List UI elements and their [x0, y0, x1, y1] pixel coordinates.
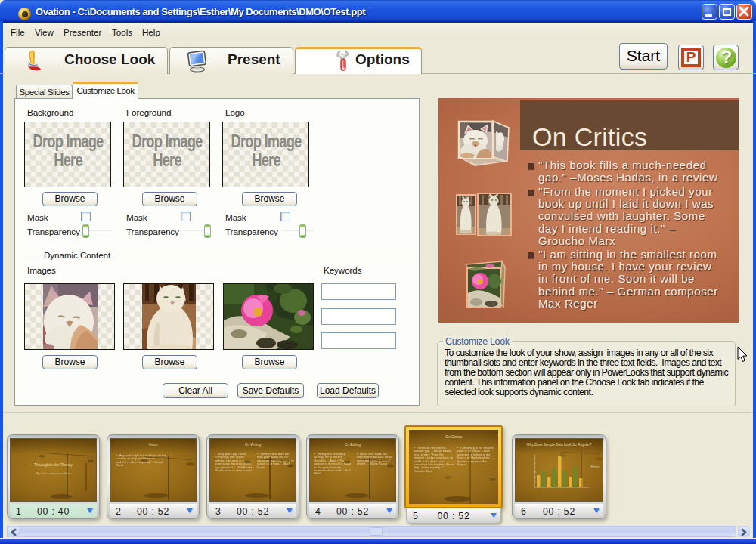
svg-text:Wheat: Wheat [590, 465, 600, 468]
